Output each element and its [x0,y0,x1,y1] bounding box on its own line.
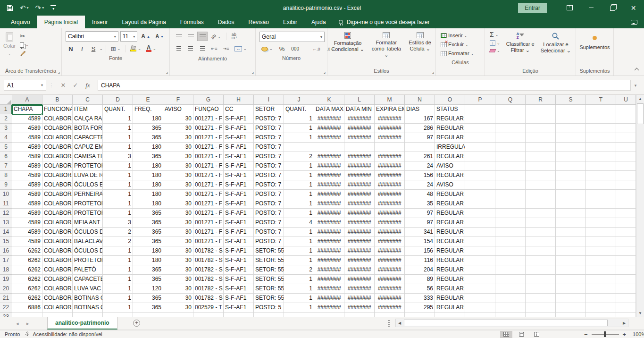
cell[interactable]: BALACLAV [73,237,103,246]
cell[interactable]: SETOR: 55 [254,294,284,303]
cell[interactable] [465,133,495,143]
ribbon-tab-layout-da-página[interactable]: Layout da Página [115,16,173,28]
cell[interactable]: SETOR: 55 [254,284,284,294]
cell[interactable] [224,313,254,317]
cancel-icon[interactable]: ✕ [57,82,69,89]
cell[interactable] [465,218,495,228]
close-button[interactable]: ✕ [623,0,644,16]
tell-me-box[interactable]: Diga-me o que você deseja fazer [333,16,430,28]
row-header-20[interactable]: 20 [0,284,12,294]
cell[interactable]: 180 [133,114,163,124]
cell[interactable] [465,209,495,218]
cell[interactable]: 180 [133,161,163,171]
cell[interactable]: S-F-AF1 [224,246,254,256]
cell[interactable]: 30 [163,171,193,180]
cell[interactable]: ######## [344,199,375,209]
column-header-I[interactable]: I [254,95,284,105]
cell[interactable] [495,228,526,237]
page-layout-view-icon[interactable] [515,331,527,338]
cell[interactable]: ######## [344,237,375,246]
cell[interactable]: ######## [314,133,344,143]
ribbon-display-options-icon[interactable] [559,0,580,16]
align-right-icon[interactable] [197,44,208,53]
collapse-ribbon-icon[interactable] [635,68,639,73]
ribbon-tab-exibir[interactable]: Exibir [276,16,304,28]
cell[interactable]: S-F-AF1 [224,265,254,275]
cell[interactable] [616,180,636,190]
cell[interactable]: 1 [284,256,314,265]
cut-button[interactable]: ✂ [18,32,31,40]
cell[interactable]: 365 [133,218,163,228]
font-name-select[interactable]: Calibri▾ [66,31,118,42]
cell[interactable] [616,190,636,199]
percent-style-icon[interactable]: % [277,45,287,53]
cell[interactable]: POSTO: 7 [254,143,284,152]
column-header-F[interactable]: F [163,95,193,105]
cell[interactable]: S-F-AF1 [224,218,254,228]
cell[interactable] [616,105,636,114]
cell[interactable] [495,105,526,114]
restore-button[interactable] [602,0,623,16]
cell[interactable]: 341 [405,228,435,237]
column-header-M[interactable]: M [375,95,405,105]
cell[interactable]: REGULAR [435,209,465,218]
cell[interactable] [405,313,435,317]
cell[interactable] [465,171,495,180]
font-size-select[interactable]: 11▾ [120,31,137,42]
cell[interactable]: QUANT. [284,105,314,114]
column-header-L[interactable]: L [344,95,375,105]
cell[interactable] [586,313,616,317]
cell[interactable] [556,190,586,199]
redo-button[interactable]: ↷▾ [35,4,44,12]
cell[interactable]: 30 [163,265,193,275]
cell[interactable] [526,256,556,265]
cell[interactable] [495,265,526,275]
clear-button[interactable]: ⌄ [488,48,502,53]
cell[interactable]: ######## [375,246,405,256]
italic-button[interactable]: I [77,44,87,53]
cell[interactable]: IRREGULAR [435,143,465,152]
cell[interactable]: CAPACETE [73,275,103,284]
cell[interactable] [435,313,465,317]
cell[interactable]: ######## [344,180,375,190]
row-header-1[interactable]: 1 [0,105,12,114]
fill-button[interactable]: ↓⌄ [488,40,502,46]
cell[interactable] [556,143,586,152]
cell-styles-button[interactable]: Estilos de Célula ⌄ [405,30,435,54]
cell[interactable]: ######## [375,256,405,265]
row-header-23[interactable]: 23 [0,313,12,317]
cell[interactable]: ######## [344,303,375,313]
cell[interactable]: ######## [314,228,344,237]
cell[interactable]: 6262 [12,265,42,275]
cell[interactable] [586,133,616,143]
cell[interactable]: ######## [375,152,405,161]
cell[interactable] [495,246,526,256]
cell[interactable]: 001271 - F [193,133,224,143]
cell[interactable] [526,313,556,317]
cell[interactable]: 4589 [12,180,42,190]
cell[interactable] [616,161,636,171]
cell[interactable]: S-F-AF1 [224,228,254,237]
cell[interactable]: POSTO: 7 [254,190,284,199]
vertical-scrollbar[interactable]: ▲ ▼ [636,95,644,317]
align-top-icon[interactable] [174,32,184,41]
cell[interactable]: ######## [314,237,344,246]
cell[interactable] [586,265,616,275]
cell[interactable]: AVISO [435,161,465,171]
cell[interactable] [103,313,133,317]
cell[interactable]: AVISO [163,105,193,114]
cell[interactable]: COLABORA [42,180,73,190]
cell[interactable] [495,152,526,161]
cell[interactable] [465,105,495,114]
cell[interactable]: ######## [344,161,375,171]
cell[interactable]: 30 [163,303,193,313]
borders-icon[interactable]: ⊞⌄ [109,45,123,53]
cell[interactable]: ######## [344,265,375,275]
cell[interactable]: 30 [163,199,193,209]
cell[interactable]: COLABORA [42,218,73,228]
cell[interactable]: COLABORA [42,143,73,152]
cell[interactable]: REGULAR [435,228,465,237]
cell[interactable] [495,171,526,180]
save-icon[interactable] [7,5,13,11]
cell[interactable]: COLABORA [42,246,73,256]
